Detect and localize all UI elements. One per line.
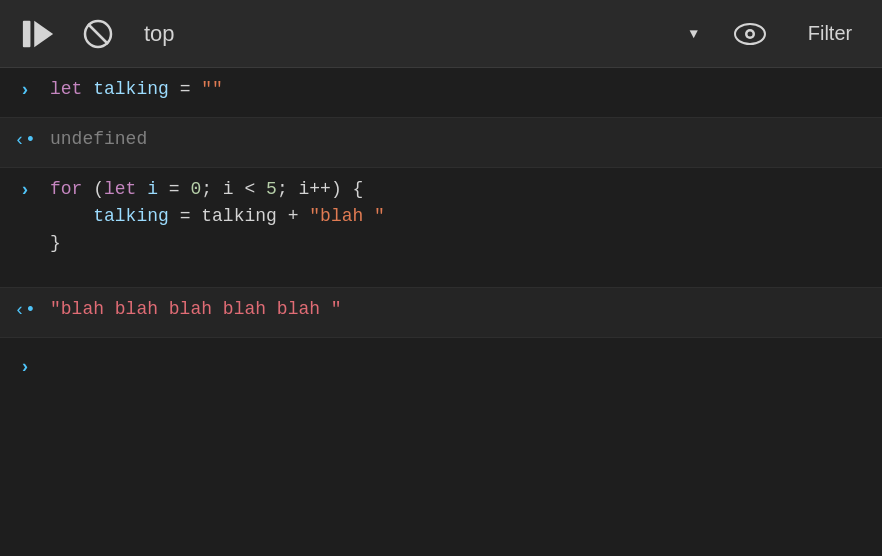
console-row-3: › for (let i = 0; i < 5; i++) { talking …	[0, 168, 882, 288]
filter-label: Filter	[808, 22, 852, 45]
code-line-1: let talking = ""	[50, 76, 882, 103]
num-0: 0	[190, 179, 201, 199]
left-arrow-icon-2: ‹•	[14, 300, 36, 320]
equals: =	[169, 79, 201, 99]
output-line-1: undefined	[50, 126, 882, 153]
code-block-for: for (let i = 0; i < 5; i++) { talking = …	[50, 176, 882, 257]
input-prompt-2: ›	[0, 176, 50, 200]
closing-brace: }	[50, 233, 61, 253]
output-prompt-1: ‹•	[0, 126, 50, 150]
svg-line-3	[88, 24, 108, 44]
indent	[50, 206, 93, 226]
input-prompt-3: ›	[0, 357, 50, 377]
console-row-4: ‹• "blah blah blah blah blah "	[0, 288, 882, 338]
incr: ; i++) {	[277, 179, 363, 199]
svg-point-6	[748, 31, 753, 36]
cursor	[50, 357, 61, 377]
chevron-right-icon-3: ›	[20, 357, 31, 377]
chevron-down-icon: ▼	[690, 26, 698, 42]
chevron-right-icon-2: ›	[20, 180, 31, 200]
var-talking: talking	[93, 79, 169, 99]
visibility-button[interactable]	[718, 10, 782, 58]
kw-let2: let	[104, 179, 136, 199]
assign-zero: =	[158, 179, 190, 199]
chevron-right-icon: ›	[20, 80, 31, 100]
space	[136, 179, 147, 199]
svg-rect-0	[23, 20, 31, 46]
svg-marker-1	[34, 20, 53, 46]
output-prompt-2: ‹•	[0, 296, 50, 320]
semi-cond: ; i <	[201, 179, 266, 199]
output-line-2: "blah blah blah blah blah "	[50, 296, 882, 323]
undefined-value: undefined	[50, 129, 147, 149]
num-5: 5	[266, 179, 277, 199]
console-row-1: › let talking = ""	[0, 68, 882, 118]
paren-open: (	[82, 179, 104, 199]
context-label: top	[144, 21, 682, 47]
for-line-3: }	[50, 230, 870, 257]
kw-for: for	[50, 179, 82, 199]
var-talking2: talking	[93, 206, 169, 226]
step-button[interactable]	[12, 10, 64, 58]
filter-button[interactable]: Filter	[790, 10, 870, 58]
console-row-5: ›	[0, 338, 882, 396]
for-line-2: talking = talking + "blah "	[50, 203, 870, 230]
toolbar: top ▼ Filter	[0, 0, 882, 68]
var-i: i	[147, 179, 158, 199]
input-prompt-1: ›	[0, 76, 50, 100]
string-blah: "blah "	[309, 206, 385, 226]
console-row-2: ‹• undefined	[0, 118, 882, 168]
keyword-let: let	[50, 79, 93, 99]
left-arrow-icon: ‹•	[14, 130, 36, 150]
context-selector[interactable]: top ▼	[132, 10, 710, 58]
blah-string: "blah blah blah blah blah "	[50, 299, 342, 319]
empty-input[interactable]	[50, 354, 882, 381]
console-panel: › let talking = "" ‹• undefined › for (l…	[0, 68, 882, 396]
for-line-1: for (let i = 0; i < 5; i++) {	[50, 176, 870, 203]
stop-button[interactable]	[72, 10, 124, 58]
string-empty: ""	[201, 79, 223, 99]
assign-op: = talking +	[169, 206, 309, 226]
